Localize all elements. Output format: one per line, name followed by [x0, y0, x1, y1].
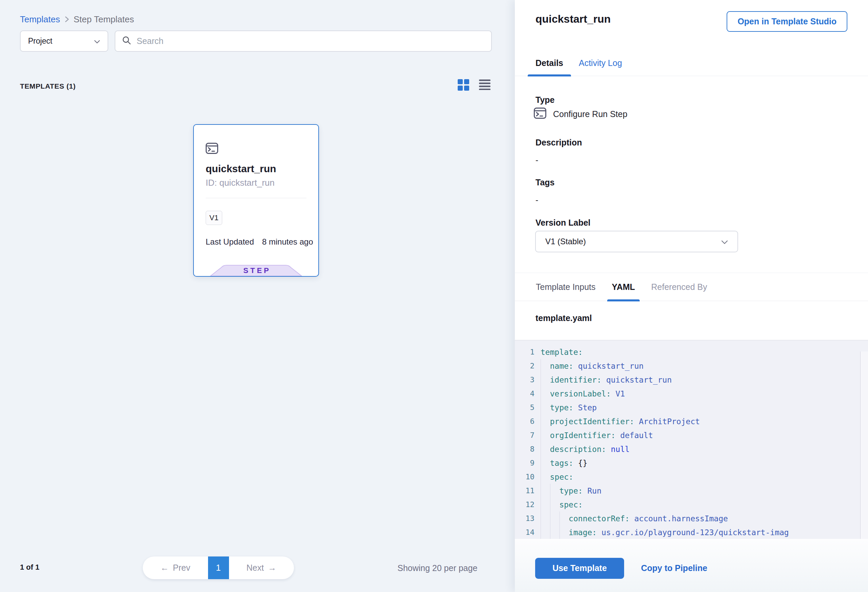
panel-title: quickstart_run: [536, 13, 611, 25]
yaml-line: 4 versionLabel: V1: [515, 387, 868, 400]
last-updated-label: Last Updated: [206, 237, 254, 247]
templates-page: Templates Step Templates Project TEMPLAT…: [0, 0, 868, 592]
yaml-editor[interactable]: 1 template: 2 name: quickstart_run 3 ide…: [515, 340, 868, 539]
copy-to-pipeline-button[interactable]: Copy to Pipeline: [641, 563, 707, 573]
prev-page-button[interactable]: ← Prev: [143, 557, 208, 579]
yaml-line: 1 template:: [515, 345, 868, 359]
yaml-line: 10 spec:: [515, 470, 868, 484]
yaml-line: 7 orgIdentifier: default: [515, 428, 868, 442]
yaml-line: 3 identifier: quickstart_run: [515, 373, 868, 387]
run-step-terminal-icon: [534, 108, 546, 121]
template-card[interactable]: quickstart_run ID: quickstart_run V1 Las…: [193, 124, 319, 277]
per-page-summary: Showing 20 per page: [397, 563, 477, 573]
panel-sub-tabs: Template Inputs YAML Referenced By: [515, 273, 868, 301]
grid-view-icon[interactable]: [458, 79, 469, 92]
last-updated-value: 8 minutes ago: [262, 237, 313, 247]
page-count: 1 of 1: [20, 563, 39, 572]
yaml-code-lines: 1 template: 2 name: quickstart_run 3 ide…: [515, 345, 868, 539]
card-template-name: quickstart_run: [206, 163, 276, 174]
yaml-line: 13 connectorRef: account.harnessImage: [515, 511, 868, 526]
search-box: [115, 31, 492, 52]
tab-details[interactable]: Details: [528, 50, 571, 76]
templates-count-header: TEMPLATES (1): [20, 82, 76, 90]
yaml-line: 9 tags: {}: [515, 456, 868, 470]
yaml-line: 11 type: Run: [515, 484, 868, 498]
card-version-badge: V1: [206, 211, 222, 225]
card-last-updated: Last Updated 8 minutes ago: [206, 237, 313, 247]
line-number: 5: [515, 403, 534, 412]
arrow-right-icon: →: [268, 563, 276, 573]
type-value-row: Configure Run Step: [534, 108, 627, 121]
step-ribbon-label: STEP: [210, 266, 303, 275]
line-number: 2: [515, 362, 534, 370]
line-number: 8: [515, 445, 534, 453]
use-template-button[interactable]: Use Template: [535, 558, 624, 579]
yaml-file-name: template.yaml: [536, 313, 592, 323]
view-toggles: [458, 79, 490, 92]
indent-guide: [550, 484, 551, 539]
line-number: 7: [515, 431, 534, 440]
list-view-icon[interactable]: [479, 79, 490, 92]
tab-template-inputs[interactable]: Template Inputs: [528, 273, 604, 301]
line-number: 10: [515, 472, 534, 481]
tab-yaml[interactable]: YAML: [604, 273, 644, 301]
scope-dropdown[interactable]: Project: [20, 31, 108, 52]
breadcrumb-current: Step Templates: [74, 14, 134, 25]
line-number: 14: [515, 528, 534, 536]
panel-footer: Use Template Copy to Pipeline: [515, 539, 868, 592]
chevron-down-icon: [721, 237, 728, 246]
line-number: 9: [515, 459, 534, 467]
card-divider: [206, 198, 307, 198]
template-details-panel: quickstart_run Open in Template Studio D…: [515, 0, 868, 592]
search-icon: [122, 36, 131, 46]
line-number: 12: [515, 500, 534, 509]
prev-label: Prev: [173, 563, 190, 573]
yaml-line: 5 type: Step: [515, 400, 868, 415]
description-label: Description: [536, 138, 582, 148]
indent-guide: [540, 359, 541, 539]
breadcrumb-templates-link[interactable]: Templates: [20, 14, 60, 25]
tags-value: -: [536, 195, 538, 205]
indent-guide: [559, 511, 560, 539]
line-number: 13: [515, 514, 534, 523]
yaml-line: 2 name: quickstart_run: [515, 359, 868, 373]
next-page-button[interactable]: Next →: [229, 557, 294, 579]
yaml-line: 14 image: us.gcr.io/playground-123/quick…: [515, 526, 868, 539]
run-step-terminal-icon: [206, 143, 218, 155]
description-value: -: [536, 155, 538, 165]
yaml-line: 12 spec:: [515, 498, 868, 511]
card-template-id: ID: quickstart_run: [206, 178, 275, 188]
open-in-template-studio-button[interactable]: Open in Template Studio: [726, 11, 847, 32]
line-number: 1: [515, 348, 534, 356]
version-dropdown[interactable]: V1 (Stable): [535, 231, 738, 252]
page-1-button[interactable]: 1: [208, 557, 229, 579]
card-step-ribbon: STEP: [210, 265, 303, 276]
breadcrumb: Templates Step Templates: [20, 14, 134, 25]
scope-dropdown-value: Project: [28, 37, 52, 46]
tab-referenced-by[interactable]: Referenced By: [643, 273, 715, 301]
line-number: 4: [515, 389, 534, 398]
chevron-down-icon: [94, 37, 100, 46]
pagination-pill: ← Prev 1 Next →: [143, 557, 294, 579]
arrow-left-icon: ←: [160, 563, 169, 573]
version-dropdown-value: V1 (Stable): [545, 237, 586, 246]
tab-activity-log[interactable]: Activity Log: [571, 50, 630, 76]
line-number: 11: [515, 486, 534, 495]
search-input[interactable]: [137, 36, 484, 46]
line-number: 6: [515, 417, 534, 425]
type-label: Type: [536, 95, 555, 105]
line-number: 3: [515, 375, 534, 384]
next-label: Next: [247, 563, 264, 573]
yaml-line: 6 projectIdentifier: ArchitProject: [515, 415, 868, 428]
chevron-right-icon: [65, 14, 69, 25]
tags-label: Tags: [536, 178, 555, 187]
version-label: Version Label: [536, 218, 590, 228]
editor-scrollbar[interactable]: [860, 351, 868, 539]
panel-tabs: Details Activity Log: [515, 50, 868, 76]
type-value: Configure Run Step: [553, 109, 627, 119]
yaml-line: 8 description: null: [515, 442, 868, 456]
